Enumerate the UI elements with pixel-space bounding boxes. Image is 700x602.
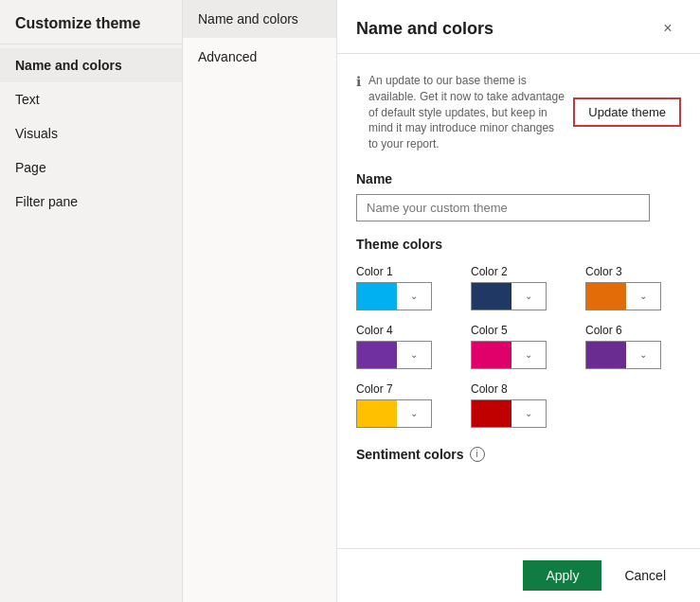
color-1-dropdown[interactable]: ⌄ <box>356 282 432 310</box>
sentiment-info-icon[interactable]: i <box>470 447 485 462</box>
color-1-swatch <box>357 283 397 310</box>
color-8-label: Color 8 <box>471 382 566 396</box>
color-item-7: Color 7 ⌄ <box>356 382 452 428</box>
sidebar-item-visuals[interactable]: Visuals <box>0 116 182 150</box>
color-7-swatch <box>357 400 397 427</box>
main-footer: Apply Cancel <box>337 548 700 602</box>
main-header: Name and colors × <box>337 0 700 54</box>
sentiment-title: Sentiment colors <box>356 447 464 462</box>
color-2-label: Color 2 <box>471 265 566 278</box>
sentiment-section: Sentiment colors i <box>356 447 681 462</box>
sidebar-item-page[interactable]: Page <box>0 150 182 185</box>
update-theme-button[interactable]: Update theme <box>573 97 681 127</box>
color-6-swatch <box>586 342 626 368</box>
color-item-3: Color 3 ⌄ <box>585 265 681 310</box>
color-5-label: Color 5 <box>471 324 566 337</box>
main-body: ℹ An update to our base theme is availab… <box>337 54 700 548</box>
color-8-swatch <box>472 400 512 427</box>
color-item-1: Color 1 ⌄ <box>356 265 452 310</box>
color-3-swatch <box>586 283 626 310</box>
info-banner: ℹ An update to our base theme is availab… <box>356 69 681 156</box>
color-2-dropdown[interactable]: ⌄ <box>471 282 547 310</box>
middle-item-name-and-colors[interactable]: Name and colors <box>183 0 336 38</box>
color-6-chevron-icon: ⌄ <box>626 342 660 368</box>
color-item-4: Color 4 ⌄ <box>356 324 452 369</box>
middle-panel: Name and colors Advanced <box>183 0 337 602</box>
color-4-chevron-icon: ⌄ <box>397 342 431 368</box>
color-5-dropdown[interactable]: ⌄ <box>471 341 547 369</box>
left-sidebar: Customize theme Name and colors Text Vis… <box>0 0 183 602</box>
color-6-dropdown[interactable]: ⌄ <box>585 341 661 369</box>
main-content: Name and colors × ℹ An update to our bas… <box>337 0 700 602</box>
color-1-label: Color 1 <box>356 265 452 278</box>
theme-name-input[interactable] <box>356 194 650 221</box>
color-5-chevron-icon: ⌄ <box>512 342 546 368</box>
middle-item-advanced[interactable]: Advanced <box>183 38 336 76</box>
info-text: An update to our base theme is available… <box>368 73 565 152</box>
name-label: Name <box>356 171 681 186</box>
color-2-swatch <box>472 283 512 310</box>
apply-button[interactable]: Apply <box>523 560 601 591</box>
color-3-dropdown[interactable]: ⌄ <box>585 282 661 310</box>
color-8-chevron-icon: ⌄ <box>512 400 546 427</box>
color-4-swatch <box>357 342 397 368</box>
color-5-swatch <box>472 342 512 368</box>
colors-grid: Color 1 ⌄ Color 2 ⌄ Color 3 ⌄ <box>356 265 681 428</box>
color-8-dropdown[interactable]: ⌄ <box>471 399 547 428</box>
color-3-chevron-icon: ⌄ <box>626 283 660 310</box>
sidebar-item-name-and-colors[interactable]: Name and colors <box>0 48 182 82</box>
color-item-6: Color 6 ⌄ <box>585 324 681 369</box>
sidebar-item-filter-pane[interactable]: Filter pane <box>0 185 182 219</box>
color-7-chevron-icon: ⌄ <box>397 400 431 427</box>
color-2-chevron-icon: ⌄ <box>512 283 546 310</box>
color-item-5: Color 5 ⌄ <box>471 324 566 369</box>
color-4-label: Color 4 <box>356 324 452 337</box>
main-title: Name and colors <box>356 19 494 39</box>
sidebar-nav: Name and colors Text Visuals Page Filter… <box>0 44 182 219</box>
color-item-8: Color 8 ⌄ <box>471 382 566 428</box>
cancel-button[interactable]: Cancel <box>609 560 681 591</box>
color-7-dropdown[interactable]: ⌄ <box>356 399 432 428</box>
color-4-dropdown[interactable]: ⌄ <box>356 341 432 369</box>
color-6-label: Color 6 <box>585 324 681 337</box>
info-icon: ℹ <box>356 74 361 89</box>
color-3-label: Color 3 <box>585 265 681 278</box>
close-button[interactable]: × <box>655 15 681 42</box>
color-7-label: Color 7 <box>356 382 452 396</box>
sidebar-item-text[interactable]: Text <box>0 82 182 116</box>
theme-colors-title: Theme colors <box>356 237 681 252</box>
color-1-chevron-icon: ⌄ <box>397 283 431 310</box>
color-item-2: Color 2 ⌄ <box>471 265 566 310</box>
sidebar-header: Customize theme <box>0 0 182 44</box>
